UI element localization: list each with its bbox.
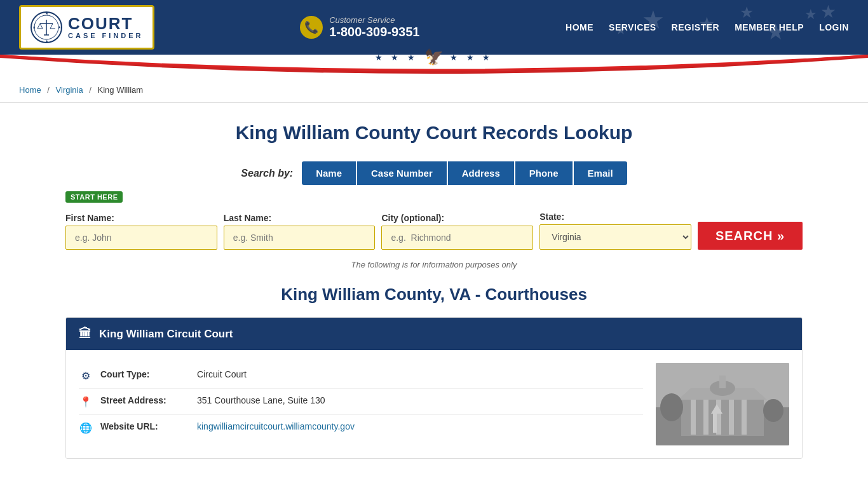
phone-icon: 📞 (300, 16, 323, 39)
state-label: State: (539, 212, 691, 222)
nav-member-help[interactable]: MEMBER HELP (735, 22, 804, 32)
last-name-group: Last Name: (224, 213, 376, 250)
court-type-value: Circuit Court (197, 369, 247, 379)
website-icon: 🌐 (79, 422, 93, 434)
search-by-row: Search by: Name Case Number Address Phon… (65, 161, 803, 185)
cs-phone: 1-800-309-9351 (329, 25, 419, 39)
city-input[interactable] (381, 226, 533, 250)
svg-rect-13 (703, 400, 709, 435)
courthouse-info: ⚙ Court Type: Circuit Court 📍 Street Add… (79, 363, 643, 445)
last-name-input[interactable] (224, 226, 376, 250)
site-header: ★ ★ ★ ★ ★ ★ ★ ★ ★ ★ ★ (0, 0, 868, 78)
address-value: 351 Courthouse Lane, Suite 130 (197, 395, 325, 405)
search-button[interactable]: SEARCH » (698, 222, 803, 250)
svg-text:★: ★ (58, 25, 61, 29)
svg-point-22 (660, 393, 683, 421)
courthouse-card: 🏛 King William Circuit Court ⚙ Court Typ… (65, 317, 803, 459)
courthouse-name: King William Circuit Court (99, 328, 233, 341)
breadcrumb-virginia[interactable]: Virginia (56, 85, 83, 95)
breadcrumb-sep-1: / (47, 85, 50, 95)
tab-phone[interactable]: Phone (515, 161, 573, 185)
last-name-label: Last Name: (224, 213, 376, 223)
logo-box: ★ ★ ★ ★ COURT CASE FINDER (19, 5, 154, 50)
svg-rect-16 (742, 400, 747, 435)
nav-login[interactable]: LOGIN (819, 22, 849, 32)
courthouses-section-title: King William County, VA - Courthouses (65, 285, 803, 304)
svg-text:★: ★ (32, 25, 36, 29)
nav-services[interactable]: SERVICES (609, 22, 656, 32)
cs-label: Customer Service (329, 15, 419, 25)
right-stars: ★ ★ ★ (450, 53, 493, 62)
search-form: First Name: Last Name: City (optional): … (65, 212, 803, 250)
start-here-area: START HERE (65, 191, 803, 208)
court-type-row: ⚙ Court Type: Circuit Court (79, 363, 643, 389)
main-content: King William County Court Records Lookup… (53, 103, 815, 488)
courthouse-header: 🏛 King William Circuit Court (66, 318, 802, 350)
address-label: Street Address: (100, 395, 189, 405)
website-value: kingwilliamcircuitcourt.williamcounty.go… (197, 421, 355, 431)
logo-casefinder-label: CASE FINDER (68, 32, 144, 39)
search-by-label: Search by: (241, 168, 293, 179)
tab-case-number[interactable]: Case Number (357, 161, 447, 185)
svg-text:★: ★ (45, 11, 48, 15)
state-select[interactable]: Virginia Alabama Alaska Arizona Californ… (539, 224, 691, 250)
breadcrumb-current: King William (98, 85, 144, 95)
first-name-input[interactable] (65, 226, 217, 250)
website-link[interactable]: kingwilliamcircuitcourt.williamcounty.go… (197, 421, 355, 431)
logo-court-label: COURT (68, 15, 144, 32)
main-nav: HOME SERVICES REGISTER MEMBER HELP LOGIN (566, 22, 849, 32)
tab-name[interactable]: Name (302, 161, 356, 185)
courthouse-photo-svg (656, 363, 789, 445)
tab-address[interactable]: Address (448, 161, 514, 185)
svg-rect-20 (713, 414, 717, 433)
svg-rect-19 (719, 376, 726, 388)
svg-text:★: ★ (45, 39, 48, 43)
logo-emblem-icon: ★ ★ ★ ★ (30, 11, 63, 44)
nav-home[interactable]: HOME (566, 22, 593, 32)
nav-register[interactable]: REGISTER (672, 22, 720, 32)
first-name-group: First Name: (65, 213, 217, 250)
first-name-label: First Name: (65, 213, 217, 223)
eagle-banner: ★ ★ ★ 🦅 ★ ★ ★ (375, 48, 493, 66)
svg-rect-15 (729, 400, 734, 435)
tab-email[interactable]: Email (574, 161, 627, 185)
website-label: Website URL: (100, 421, 189, 431)
breadcrumb: Home / Virginia / King William (0, 78, 868, 103)
courthouse-image (656, 363, 789, 445)
start-here-badge: START HERE (65, 191, 123, 203)
courthouse-building-icon: 🏛 (79, 327, 92, 341)
court-type-label: Court Type: (100, 369, 189, 379)
eagle-icon: 🦅 (424, 48, 444, 66)
info-note: The following is for information purpose… (65, 260, 803, 269)
court-type-icon: ⚙ (79, 370, 93, 382)
address-row: 📍 Street Address: 351 Courthouse Lane, S… (79, 389, 643, 415)
svg-point-23 (763, 399, 783, 422)
city-group: City (optional): (381, 213, 533, 250)
left-stars: ★ ★ ★ (375, 53, 418, 62)
customer-service: 📞 Customer Service 1-800-309-9351 (300, 15, 419, 39)
svg-rect-12 (691, 400, 696, 435)
state-group: State: Virginia Alabama Alaska Arizona C… (539, 212, 691, 250)
breadcrumb-sep-2: / (89, 85, 92, 95)
courthouse-body: ⚙ Court Type: Circuit Court 📍 Street Add… (66, 350, 802, 458)
breadcrumb-home[interactable]: Home (19, 85, 41, 95)
page-title: King William County Court Records Lookup (65, 122, 803, 144)
cs-text: Customer Service 1-800-309-9351 (329, 15, 419, 39)
website-row: 🌐 Website URL: kingwilliamcircuitcourt.w… (79, 415, 643, 440)
logo: ★ ★ ★ ★ COURT CASE FINDER (19, 5, 154, 50)
address-icon: 📍 (79, 396, 93, 408)
city-label: City (optional): (381, 213, 533, 223)
logo-text: COURT CASE FINDER (68, 15, 144, 39)
